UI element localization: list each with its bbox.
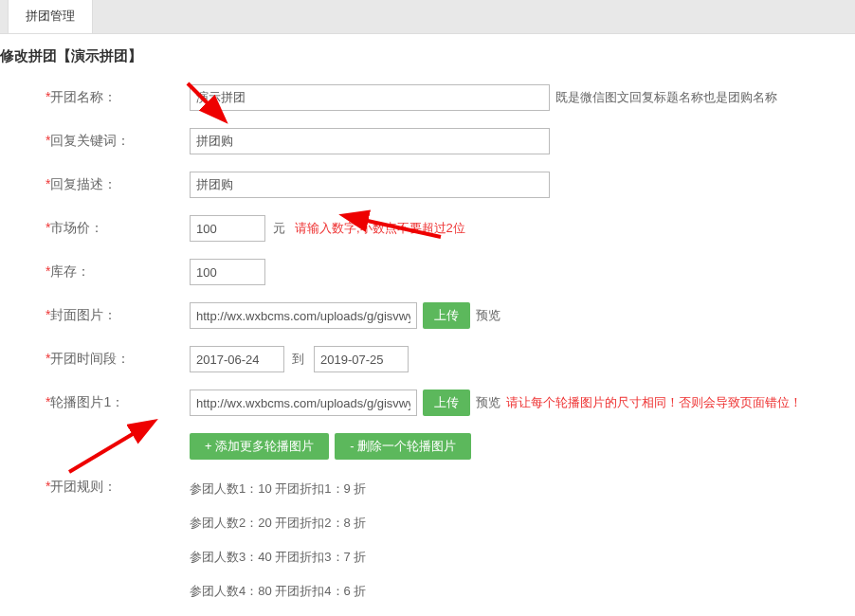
carousel1-preview-label[interactable]: 预览 [476, 394, 500, 411]
label-rules: *开团规则： [0, 477, 190, 496]
label-period: *开团时间段： [0, 351, 190, 368]
carousel-hint: 请让每个轮播图片的尺寸相同！否则会导致页面错位！ [506, 394, 802, 411]
name-hint: 既是微信图文回复标题名称也是团购名称 [555, 89, 777, 106]
label-name: *开团名称： [0, 89, 190, 106]
cover-upload-button[interactable]: 上传 [423, 302, 470, 329]
date-end-input[interactable] [314, 346, 409, 372]
keyword-input[interactable] [190, 128, 550, 154]
label-desc: *回复描述： [0, 176, 190, 193]
rule-line: 参团人数3：40 开团折扣3：7 折 [190, 549, 855, 566]
carousel1-upload-button[interactable]: 上传 [423, 390, 470, 416]
price-unit: 元 [273, 220, 285, 237]
rule-line: 参团人数1：10 开团折扣1：9 折 [190, 480, 855, 498]
name-input[interactable] [190, 84, 550, 111]
cover-preview-label[interactable]: 预览 [476, 307, 500, 324]
carousel1-path-input[interactable] [190, 390, 417, 416]
desc-input[interactable] [190, 172, 550, 198]
add-carousel-button[interactable]: + 添加更多轮播图片 [190, 433, 329, 460]
label-cover: *封面图片： [0, 307, 190, 324]
label-keyword: *回复关键词： [0, 133, 190, 150]
price-hint: 请输入数字,小数点不要超过2位 [295, 220, 465, 237]
rule-line: 参团人数4：80 开团折扣4：6 折 [190, 583, 855, 600]
remove-carousel-button[interactable]: - 删除一个轮播图片 [335, 433, 471, 460]
date-to-label: 到 [292, 351, 304, 368]
label-stock: *库存： [0, 263, 190, 281]
date-start-input[interactable] [190, 346, 284, 372]
label-price: *市场价： [0, 220, 190, 237]
label-carousel1: *轮播图片1： [0, 394, 190, 411]
form: *开团名称： 既是微信图文回复标题名称也是团购名称 *回复关键词： *回复描述：… [0, 84, 855, 616]
stock-input[interactable] [190, 259, 265, 285]
rule-line: 参团人数2：20 开团折扣2：8 折 [190, 515, 855, 532]
tab-group-manage[interactable]: 拼团管理 [8, 0, 93, 33]
price-input[interactable] [190, 215, 265, 242]
page-title: 修改拼团【演示拼团】 [0, 34, 855, 84]
tab-bar: 拼团管理 [0, 0, 855, 34]
cover-path-input[interactable] [190, 302, 417, 329]
